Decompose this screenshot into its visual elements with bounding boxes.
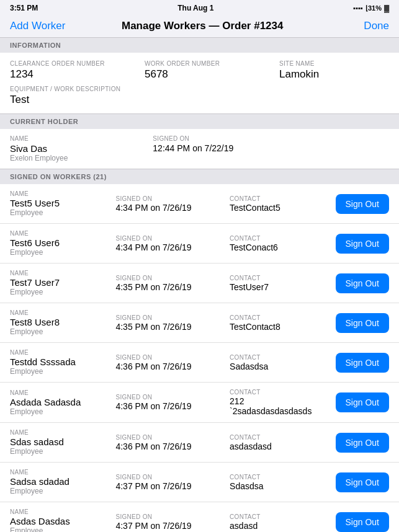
information-section: Clearance Order Number 1234 Work Order N… [0, 53, 399, 114]
workers-list: Name Test5 User5 Employee Signed On 4:34… [0, 184, 399, 532]
worker-action-col-7: Sign Out [336, 472, 389, 492]
worker-contact-label-4: Contact [230, 354, 328, 361]
worker-row: Name Test5 User5 Employee Signed On 4:34… [0, 184, 399, 224]
worker-action-col-2: Sign Out [336, 273, 389, 293]
worker-contact-value-5: 212 `2sadasdasdasdasds [230, 396, 328, 416]
worker-contact-value-6: asdasdasd [230, 441, 328, 451]
equipment-value: Test [10, 94, 389, 106]
worker-signed-value-8: 4:37 PM on 7/26/19 [115, 521, 222, 531]
worker-row-content-1: Name Test6 User6 Employee Signed On 4:34… [10, 230, 389, 257]
current-holder-section: Name Siva Das Exelon Employee Signed On … [0, 129, 399, 169]
sign-out-button-3[interactable]: Sign Out [336, 313, 389, 333]
worker-name-label-4: Name [10, 349, 108, 356]
worker-contact-value-8: asdasd [230, 521, 328, 531]
holder-role-value: Exelon Employee [10, 154, 128, 162]
worker-action-col-4: Sign Out [336, 353, 389, 373]
holder-row: Name Siva Das Exelon Employee Signed On … [10, 135, 389, 162]
worker-signed-value-1: 4:34 PM on 7/26/19 [115, 242, 222, 252]
worker-contact-value-2: TestUser7 [230, 282, 328, 292]
status-day: Thu Aug 1 [177, 4, 213, 12]
worker-contact-label-7: Contact [230, 474, 328, 481]
worker-role-value-0: Employee [10, 208, 108, 217]
worker-row: Name Test7 User7 Employee Signed On 4:35… [0, 264, 399, 303]
worker-signed-label-8: Signed On [115, 513, 222, 520]
worker-contact-col-2: Contact TestUser7 [230, 275, 328, 292]
worker-row: Name Testdd Ssssada Employee Signed On 4… [0, 343, 399, 383]
status-icons: ▪▪▪▪ ⌊31% ▓ [353, 4, 389, 12]
sign-out-button-2[interactable]: Sign Out [336, 273, 389, 293]
worker-contact-value-4: Sadasdsa [230, 361, 328, 371]
worker-row-content-6: Name Sdas sadasd Employee Signed On 4:36… [10, 429, 389, 456]
worker-contact-label-6: Contact [230, 434, 328, 441]
worker-signed-label-5: Signed On [115, 394, 222, 401]
worker-row: Name Test8 User8 Employee Signed On 4:35… [0, 303, 399, 343]
worker-name-col-2: Name Test7 User7 Employee [10, 270, 108, 296]
clearance-order-value: 1234 [10, 68, 120, 81]
worker-signed-value-4: 4:36 PM on 7/26/19 [115, 361, 222, 371]
worker-signed-value-2: 4:35 PM on 7/26/19 [115, 282, 222, 292]
worker-signed-col-4: Signed On 4:36 PM on 7/26/19 [115, 354, 222, 371]
sign-out-button-0[interactable]: Sign Out [336, 194, 389, 214]
worker-signed-label-1: Signed On [115, 235, 222, 242]
worker-contact-value-1: TestConact6 [230, 242, 328, 252]
worker-name-value-2: Test7 User7 [10, 277, 108, 288]
worker-name-col-1: Name Test6 User6 Employee [10, 230, 108, 257]
worker-role-value-4: Employee [10, 367, 108, 376]
add-worker-button[interactable]: Add Worker [10, 20, 65, 32]
worker-contact-value-0: TestContact5 [230, 203, 328, 213]
work-order-field: Work Order Number 5678 [145, 60, 254, 81]
sign-out-button-8[interactable]: Sign Out [336, 512, 389, 532]
worker-name-col-6: Name Sdas sadasd Employee [10, 429, 108, 456]
worker-name-col-3: Name Test8 User8 Employee [10, 309, 108, 336]
worker-signed-value-0: 4:34 PM on 7/26/19 [115, 203, 222, 213]
site-name-label: Site Name [279, 60, 389, 67]
worker-name-label-1: Name [10, 230, 108, 237]
worker-signed-label-7: Signed On [115, 474, 222, 481]
worker-name-value-0: Test5 User5 [10, 198, 108, 208]
sign-out-button-6[interactable]: Sign Out [336, 433, 389, 453]
worker-name-col-8: Name Asdas Dasdas Employee [10, 508, 108, 532]
holder-signed-value: 12:44 PM on 7/22/19 [153, 143, 389, 153]
clearance-order-label: Clearance Order Number [10, 60, 120, 67]
worker-role-value-3: Employee [10, 327, 108, 336]
wifi-icon: ⌊31% [365, 4, 382, 12]
worker-signed-label-2: Signed On [115, 275, 222, 282]
worker-contact-col-8: Contact asdasd [230, 513, 328, 531]
worker-signed-col-3: Signed On 4:35 PM on 7/26/19 [115, 314, 222, 332]
worker-signed-col-2: Signed On 4:35 PM on 7/26/19 [115, 275, 222, 292]
holder-signed-field: Signed On 12:44 PM on 7/22/19 [153, 135, 389, 162]
sign-out-button-7[interactable]: Sign Out [336, 472, 389, 492]
worker-signed-col-5: Signed On 4:36 PM on 7/26/19 [115, 394, 222, 411]
work-order-value: 5678 [145, 68, 254, 81]
worker-name-label-2: Name [10, 270, 108, 277]
worker-name-label-8: Name [10, 508, 108, 515]
holder-name-value: Siva Das [10, 143, 128, 154]
worker-contact-label-3: Contact [230, 314, 328, 321]
worker-contact-col-6: Contact asdasdasd [230, 434, 328, 451]
holder-signed-label: Signed On [153, 135, 389, 142]
worker-row: Name Sdas sadasd Employee Signed On 4:36… [0, 423, 399, 463]
worker-role-value-1: Employee [10, 248, 108, 257]
worker-action-col-8: Sign Out [336, 512, 389, 532]
worker-contact-label-2: Contact [230, 275, 328, 282]
information-section-header: Information [0, 38, 399, 53]
worker-signed-col-0: Signed On 4:34 PM on 7/26/19 [115, 195, 222, 213]
worker-name-value-7: Sadsa sdadad [10, 476, 108, 487]
worker-name-label-5: Name [10, 389, 108, 396]
worker-signed-value-3: 4:35 PM on 7/26/19 [115, 322, 222, 332]
sign-out-button-4[interactable]: Sign Out [336, 353, 389, 373]
worker-name-col-5: Name Asdada Sadasda Employee [10, 389, 108, 416]
worker-name-value-8: Asdas Dasdas [10, 516, 108, 526]
sign-out-button-1[interactable]: Sign Out [336, 234, 389, 254]
status-time: 3:51 PM [10, 4, 38, 12]
worker-name-value-5: Asdada Sadasda [10, 397, 108, 407]
worker-name-value-3: Test8 User8 [10, 317, 108, 327]
sign-out-button-5[interactable]: Sign Out [336, 392, 389, 412]
worker-action-col-6: Sign Out [336, 433, 389, 453]
worker-contact-col-1: Contact TestConact6 [230, 235, 328, 252]
worker-action-col-1: Sign Out [336, 234, 389, 254]
done-button[interactable]: Done [339, 20, 389, 32]
worker-contact-label-8: Contact [230, 513, 328, 520]
worker-contact-col-0: Contact TestContact5 [230, 195, 328, 213]
battery-icon: ▓ [384, 4, 389, 12]
